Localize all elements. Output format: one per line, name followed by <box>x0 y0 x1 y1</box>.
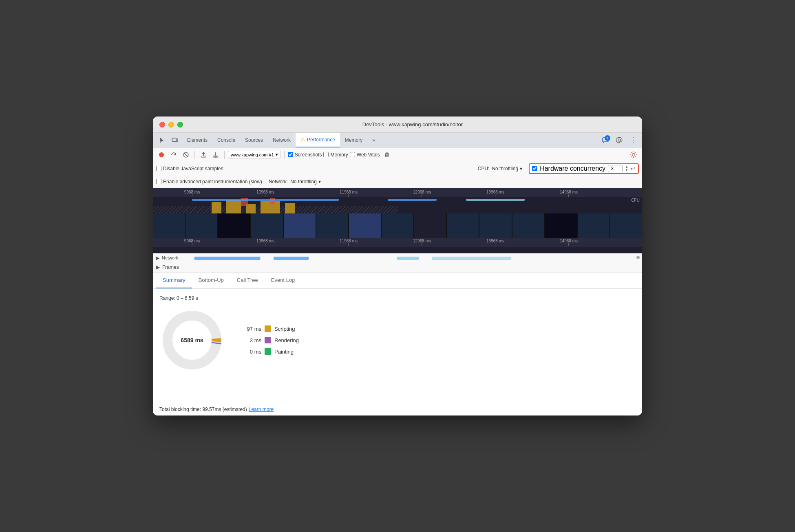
screenshot-2[interactable] <box>186 213 217 238</box>
separator2 <box>224 151 225 159</box>
scroll-indicator <box>636 256 640 259</box>
svg-rect-17 <box>388 199 437 201</box>
timestamp-b2: 10968 ms <box>256 239 274 247</box>
bottom-bar: Total blocking time: 99.57ms (estimated)… <box>153 403 642 415</box>
screenshot-13[interactable] <box>545 213 577 238</box>
screenshot-12[interactable] <box>512 213 544 238</box>
screenshot-7[interactable] <box>349 213 381 238</box>
timestamp-b6: 14968 ms <box>560 239 578 247</box>
rendering-color <box>265 337 271 343</box>
svg-point-3 <box>159 152 164 157</box>
cursor-icon[interactable] <box>156 134 168 146</box>
tab-elements[interactable]: Elements <box>182 133 212 147</box>
timestamp-4: 12968 ms <box>413 190 431 197</box>
delete-profile-button[interactable] <box>382 149 392 160</box>
record-button[interactable] <box>156 149 167 160</box>
more-options-button[interactable]: ⋮ <box>627 134 639 146</box>
hw-concurrency-checkbox[interactable] <box>532 166 537 171</box>
screenshot-4[interactable] <box>251 213 283 238</box>
timestamp-1: 9968 ms <box>184 190 200 197</box>
hw-concurrency-input[interactable] <box>608 165 623 172</box>
cpu-throttle-select[interactable]: No throttling ▾ <box>492 166 522 171</box>
screenshot-9[interactable] <box>414 213 446 238</box>
devtools-tab-bar: Elements Console Sources Network ⚠ Perfo… <box>153 133 642 147</box>
download-button[interactable] <box>210 149 221 160</box>
screenshot-8[interactable] <box>382 213 413 238</box>
upload-button[interactable] <box>198 149 209 160</box>
svg-rect-6 <box>201 156 206 157</box>
settings-button[interactable] <box>614 134 625 146</box>
chart-legend: 97 ms Scripting 3 ms Rendering 0 ms Pain… <box>241 325 299 355</box>
timestamp-b4: 12968 ms <box>413 239 431 247</box>
timeline-area: 9968 ms 10968 ms 11968 ms 12968 ms 13968… <box>153 188 642 253</box>
tab-actions: 1 ⋮ <box>600 134 639 146</box>
tab-network[interactable]: Network <box>268 133 296 147</box>
hw-concurrency-stepper[interactable]: ▲ ▼ <box>625 165 628 172</box>
timestamp-6: 14968 ms <box>560 190 578 197</box>
screenshot-11[interactable] <box>479 213 511 238</box>
svg-rect-18 <box>466 199 525 201</box>
feedback-button[interactable]: 1 <box>600 134 611 146</box>
capture-settings-button[interactable] <box>628 149 639 160</box>
timestamp-b3: 11968 ms <box>340 239 358 247</box>
separator3 <box>284 151 285 159</box>
perf-toolbar: www.kapwing.com #1 ▾ Screenshots Memory … <box>153 147 642 162</box>
legend-painting: 0 ms Painting <box>241 348 299 355</box>
disable-js-group: Disable JavaScript samples <box>156 166 223 171</box>
tab-performance[interactable]: ⚠ Performance <box>296 133 340 147</box>
legend-scripting: 97 ms Scripting <box>241 325 299 332</box>
frames-toggle[interactable]: ▶ <box>156 264 160 270</box>
tab-more[interactable]: » <box>367 133 380 147</box>
tab-console[interactable]: Console <box>212 133 240 147</box>
tab-memory[interactable]: Memory <box>340 133 367 147</box>
legend-rendering: 3 ms Rendering <box>241 337 299 343</box>
advanced-paint-checkbox[interactable] <box>156 179 161 184</box>
svg-rect-22 <box>397 257 419 260</box>
tab-summary[interactable]: Summary <box>156 272 192 288</box>
memory-checkbox[interactable] <box>323 152 329 157</box>
screenshot-1[interactable] <box>153 213 185 238</box>
close-button[interactable] <box>159 122 165 128</box>
tab-event-log[interactable]: Event Log <box>265 272 302 288</box>
screenshot-14[interactable] <box>578 213 610 238</box>
screenshot-6[interactable] <box>316 213 348 238</box>
title-bar: DevTools - www.kapwing.com/studio/editor <box>153 117 642 133</box>
chevron-down-icon: ▾ <box>318 179 321 185</box>
maximize-button[interactable] <box>177 122 183 128</box>
tab-bottom-up[interactable]: Bottom-Up <box>192 272 230 288</box>
timestamp-5: 13968 ms <box>486 190 504 197</box>
summary-panel: Range: 0 – 6.59 s 6589 ms 97 ms <box>153 289 642 403</box>
warning-icon: ⚠ <box>300 136 305 143</box>
screenshots-checkbox[interactable] <box>288 152 293 157</box>
screenshot-15[interactable] <box>610 213 642 238</box>
hw-concurrency-reset[interactable]: ↩ <box>631 165 636 172</box>
network-group: Network: No throttling ▾ <box>269 179 321 185</box>
screenshot-10[interactable] <box>447 213 479 238</box>
options-bar-1: Disable JavaScript samples CPU: No throt… <box>153 162 642 175</box>
network-bars <box>186 256 626 259</box>
tab-sources[interactable]: Sources <box>240 133 268 147</box>
expand-icon: ▶ <box>156 255 159 261</box>
disable-js-checkbox[interactable] <box>156 166 161 171</box>
cpu-group: CPU: No throttling ▾ <box>478 166 522 171</box>
timestamp-3: 11968 ms <box>340 190 358 197</box>
donut-chart: 6589 ms <box>159 308 225 373</box>
tab-call-tree[interactable]: Call Tree <box>230 272 265 288</box>
chevron-down-icon: ▾ <box>520 166 522 171</box>
svg-rect-1 <box>176 139 178 141</box>
svg-rect-21 <box>274 257 309 260</box>
chevron-down-icon: ▾ <box>276 152 278 157</box>
screenshot-3[interactable] <box>218 213 250 238</box>
network-throttle-select[interactable]: No throttling ▾ <box>290 179 321 185</box>
minimize-button[interactable] <box>168 122 174 128</box>
webvitals-checkbox[interactable] <box>350 152 355 157</box>
learn-more-link[interactable]: Learn more <box>249 407 274 412</box>
svg-rect-16 <box>192 199 339 201</box>
clear-button[interactable] <box>181 149 191 160</box>
device-toggle-icon[interactable] <box>169 134 181 146</box>
webvitals-checkbox-group: Web Vitals <box>350 152 380 158</box>
svg-rect-20 <box>194 257 261 260</box>
profile-select[interactable]: www.kapwing.com #1 ▾ <box>228 151 281 158</box>
reload-record-button[interactable] <box>168 149 179 160</box>
screenshot-5[interactable] <box>284 213 316 238</box>
